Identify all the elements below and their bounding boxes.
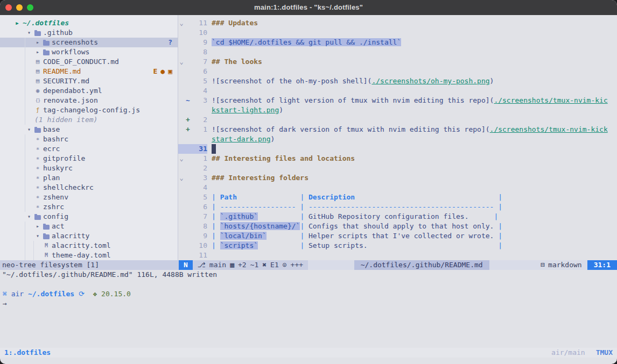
tree-item-workflows[interactable]: ▸workflows: [0, 47, 178, 57]
prompt-path: ~/.dotfiles: [24, 289, 74, 299]
tree-item-plan[interactable]: ∗plan: [0, 173, 178, 183]
git-sign: [185, 231, 191, 241]
tree-item-act[interactable]: ▸act: [0, 222, 178, 231]
tree-item-gitprofile[interactable]: ∗gitprofile: [0, 154, 178, 163]
editor-line[interactable]: 10| `scripts` | Setup scripts. |: [178, 241, 617, 251]
tree-item-zshenv[interactable]: ∗zshenv: [0, 192, 178, 202]
tmux-right-segment: air/main TMUX: [551, 348, 613, 358]
close-button[interactable]: [5, 4, 12, 11]
indent-guide: [16, 28, 25, 38]
tree-item-bashrc[interactable]: ∗bashrc: [0, 134, 178, 144]
editor-line[interactable]: 11: [178, 251, 617, 260]
indent-guide: [16, 76, 25, 86]
chevron-right-icon[interactable]: ▸: [33, 38, 42, 47]
chevron-right-icon[interactable]: ▸: [33, 47, 42, 57]
tree-item-zshrc[interactable]: ∗zshrc: [0, 202, 178, 212]
tree-item-alacritty-toml[interactable]: Malacritty.toml: [0, 241, 178, 251]
editor-line[interactable]: 2: [178, 163, 617, 173]
tree-item-renovate-json[interactable]: {}renovate.json: [0, 96, 178, 105]
line-text: ![screenshot of the oh-my-posh shell](./…: [207, 76, 494, 86]
chevron-down-icon[interactable]: ▾: [25, 28, 33, 38]
editor-line[interactable]: ~3![screenshot of light version of tmux …: [178, 96, 617, 105]
indent-guide: [25, 154, 33, 163]
markdown-filetype-icon: ⊟: [541, 260, 545, 270]
editor-line[interactable]: +1![screenshot of dark version of tmux w…: [178, 125, 617, 134]
tree-item-github[interactable]: ▾.github: [0, 28, 178, 38]
chevron-down-icon[interactable]: ▾: [33, 231, 42, 241]
line-text: [207, 183, 212, 192]
line-text: ### Interesting folders: [207, 173, 308, 183]
minimize-button[interactable]: [16, 4, 23, 11]
chevron-down-icon[interactable]: ▾: [25, 212, 33, 222]
editor-line[interactable]: ⌄11### Updates: [178, 18, 617, 28]
tree-item-code-of-conduct-md[interactable]: ▤CODE_OF_CONDUCT.md: [0, 57, 178, 67]
editor-line[interactable]: 10: [178, 28, 617, 38]
fold-marker-icon: [178, 105, 185, 115]
prompt-host: air: [7, 289, 24, 299]
chevron-right-icon[interactable]: ▸: [33, 222, 42, 231]
folder-icon: [42, 40, 51, 45]
tree-item-label: alacritty.toml: [52, 241, 111, 251]
editor-line[interactable]: ⌄1## Interesting files and locations: [178, 154, 617, 163]
editor-line[interactable]: start-dark.png): [178, 134, 617, 144]
tmux-window-name[interactable]: 1:.dotfiles: [4, 348, 51, 358]
line-number: 10: [191, 28, 207, 38]
line-text: [207, 86, 212, 96]
git-sign: [185, 67, 191, 76]
chevron-down-icon[interactable]: ▾: [25, 125, 33, 134]
tree-item-alacritty[interactable]: ▾alacritty: [0, 231, 178, 241]
editor-line[interactable]: 4: [178, 86, 617, 96]
editor-line[interactable]: +2: [178, 115, 617, 125]
line-text: ![screenshot of light version of tmux wi…: [207, 96, 608, 105]
zoom-button[interactable]: [27, 4, 33, 11]
editor-line[interactable]: 9| `local/bin` | Helper scripts that I'v…: [178, 231, 617, 241]
tree-item-readme-md[interactable]: ▤README.mdE●▣: [0, 67, 178, 76]
editor-line[interactable]: 4: [178, 183, 617, 192]
prompt-arrow-icon[interactable]: →: [3, 299, 617, 309]
editor-line[interactable]: ⌄3### Interesting folders: [178, 173, 617, 183]
tree-item-screenshots[interactable]: ▸screenshots?: [0, 38, 178, 47]
tree-item-security-md[interactable]: ▤SECURITY.md: [0, 76, 178, 86]
status-badge: ▣: [168, 67, 172, 76]
editor-line[interactable]: 8| `hosts/{hostname}/`| Configs that sho…: [178, 222, 617, 231]
tree-item-huskyrc[interactable]: ∗huskyrc: [0, 163, 178, 173]
tree-item-label: base: [43, 125, 60, 134]
shell-file-icon: ∗: [33, 144, 42, 154]
indent-guide: [16, 105, 25, 115]
indent-guide: [16, 47, 25, 57]
fold-marker-icon: [178, 251, 185, 260]
tree-item-1-hidden-item[interactable]: (1 hidden item): [0, 115, 178, 125]
tree-item-dotfiles[interactable]: ▶~/.dotfiles: [0, 18, 178, 28]
tree-item-config[interactable]: ▾config: [0, 212, 178, 222]
line-text: [207, 251, 212, 260]
indent-guide: [25, 86, 33, 96]
line-text: ## The looks: [207, 57, 262, 67]
indent-guide: [25, 192, 33, 202]
tree-item-tag-changelog-config-js[interactable]: ƒtag-changelog-config.js: [0, 105, 178, 115]
tree-item-shellcheckrc[interactable]: ∗shellcheckrc: [0, 183, 178, 192]
editor-line[interactable]: 31: [178, 144, 617, 154]
tree-item-ecrc[interactable]: ∗ecrc: [0, 144, 178, 154]
tree-item-label: tag-changelog-config.js: [43, 105, 140, 115]
editor-line[interactable]: 9`cd $HOME/.dotfiles && git pull && ./in…: [178, 38, 617, 47]
indent-guide: [25, 67, 33, 76]
editor-line[interactable]: kstart-light.png): [178, 105, 617, 115]
indent-guide: [25, 134, 33, 144]
tree-item-label: shellcheckrc: [43, 183, 94, 192]
fold-marker-icon: [178, 96, 185, 105]
tree-item-base[interactable]: ▾base: [0, 125, 178, 134]
editor-line[interactable]: 6| ------------------ | ----------------…: [178, 202, 617, 212]
tree-item-theme-day-toml[interactable]: Mtheme-day.toml: [0, 251, 178, 260]
editor-line[interactable]: 8: [178, 47, 617, 57]
editor-line[interactable]: 5![screenshot of the oh-my-posh shell](.…: [178, 76, 617, 86]
editor-line[interactable]: 6: [178, 67, 617, 76]
editor-line[interactable]: 7| `.github` | GitHub Repository configu…: [178, 212, 617, 222]
status-badge: E: [153, 67, 158, 76]
tree-item-dependabot-yml[interactable]: ◉dependabot.yml: [0, 86, 178, 96]
editor-line[interactable]: 5| Path | Description |: [178, 192, 617, 202]
editor-line[interactable]: ⌄7## The looks: [178, 57, 617, 67]
git-sign: [185, 212, 191, 222]
line-number: 1: [191, 154, 207, 163]
editor-buffer[interactable]: ⌄11### Updates109`cd $HOME/.dotfiles && …: [178, 15, 617, 260]
markdown-file-icon: ▤: [33, 57, 42, 67]
